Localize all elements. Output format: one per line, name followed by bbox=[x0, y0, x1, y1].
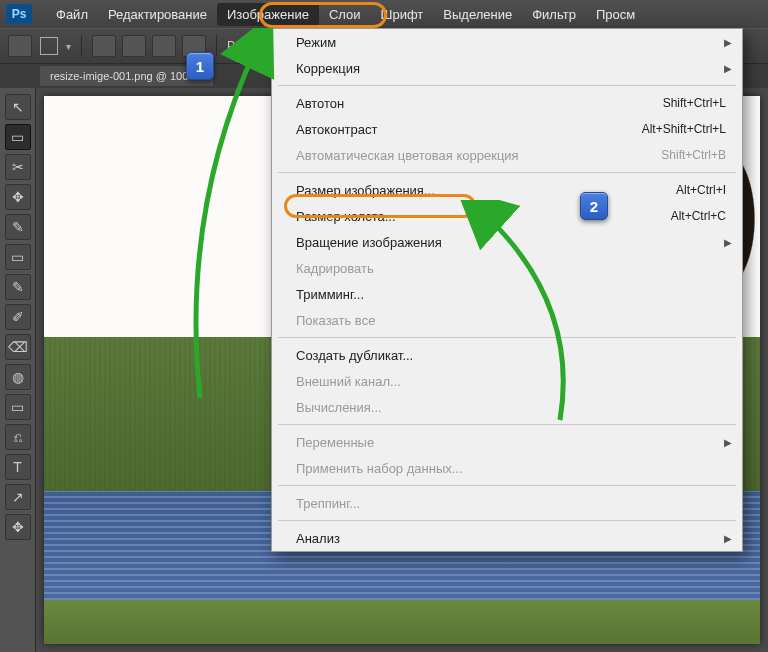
menu-item-размер-холста-[interactable]: Размер холста...Alt+Ctrl+C bbox=[272, 203, 742, 229]
tool-slot-3[interactable]: ✥ bbox=[5, 184, 31, 210]
menu-item-label: Вращение изображения bbox=[296, 235, 726, 250]
tool-slot-6[interactable]: ✎ bbox=[5, 274, 31, 300]
menu-item-label: Размер изображения... bbox=[296, 183, 676, 198]
tool-slot-13[interactable]: ↗ bbox=[5, 484, 31, 510]
tool-slot-5[interactable]: ▭ bbox=[5, 244, 31, 270]
app-logo: Ps bbox=[6, 4, 32, 24]
menu-item-коррекция[interactable]: Коррекция▶ bbox=[272, 55, 742, 81]
menu-item-label: Коррекция bbox=[296, 61, 726, 76]
menu-item-автоматическая-цветовая-коррекция: Автоматическая цветовая коррекцияShift+C… bbox=[272, 142, 742, 168]
menu-item-режим[interactable]: Режим▶ bbox=[272, 29, 742, 55]
tool-slot-2[interactable]: ✂ bbox=[5, 154, 31, 180]
menu-item-label: Треппинг... bbox=[296, 496, 726, 511]
submenu-arrow-icon: ▶ bbox=[724, 37, 732, 48]
tool-slot-14[interactable]: ✥ bbox=[5, 514, 31, 540]
menu-item-размер-изображения-[interactable]: Размер изображения...Alt+Ctrl+I bbox=[272, 177, 742, 203]
tool-slot-7[interactable]: ✐ bbox=[5, 304, 31, 330]
menu-item-label: Тримминг... bbox=[296, 287, 726, 302]
menu-item-label: Вычисления... bbox=[296, 400, 726, 415]
submenu-arrow-icon: ▶ bbox=[724, 437, 732, 448]
menu-item-label: Кадрировать bbox=[296, 261, 726, 276]
tool-slot-10[interactable]: ▭ bbox=[5, 394, 31, 420]
menu-item-label: Режим bbox=[296, 35, 726, 50]
selection-mode-subtract[interactable] bbox=[152, 35, 176, 57]
menu-file[interactable]: Файл bbox=[46, 3, 98, 26]
menu-separator bbox=[278, 520, 736, 521]
menu-separator bbox=[278, 424, 736, 425]
menu-item-label: Автоматическая цветовая коррекция bbox=[296, 148, 661, 163]
menu-view[interactable]: Просм bbox=[586, 3, 645, 26]
image-menu-dropdown: Режим▶Коррекция▶АвтотонShift+Ctrl+LАвток… bbox=[271, 28, 743, 552]
menu-separator bbox=[278, 485, 736, 486]
menu-item-shortcut: Alt+Ctrl+I bbox=[676, 183, 726, 197]
tool-slot-1[interactable]: ▭ bbox=[5, 124, 31, 150]
document-tab-label: resize-imige-001.png @ 100 bbox=[50, 70, 188, 82]
menu-item-label: Применить набор данных... bbox=[296, 461, 726, 476]
menu-item-применить-набор-данных-: Применить набор данных... bbox=[272, 455, 742, 481]
tool-slot-8[interactable]: ⌫ bbox=[5, 334, 31, 360]
menu-item-автоконтраст[interactable]: АвтоконтрастAlt+Shift+Ctrl+L bbox=[272, 116, 742, 142]
menu-item-анализ[interactable]: Анализ▶ bbox=[272, 525, 742, 551]
menu-item-shortcut: Alt+Shift+Ctrl+L bbox=[642, 122, 726, 136]
tool-slot-11[interactable]: ⎌ bbox=[5, 424, 31, 450]
selection-mode-new[interactable] bbox=[92, 35, 116, 57]
menu-separator bbox=[278, 337, 736, 338]
menu-item-label: Показать все bbox=[296, 313, 726, 328]
menu-item-автотон[interactable]: АвтотонShift+Ctrl+L bbox=[272, 90, 742, 116]
menu-item-показать-все: Показать все bbox=[272, 307, 742, 333]
tool-slot-9[interactable]: ◍ bbox=[5, 364, 31, 390]
menu-item-label: Внешний канал... bbox=[296, 374, 726, 389]
menu-image[interactable]: Изображение bbox=[217, 3, 319, 26]
menu-item-вычисления-: Вычисления... bbox=[272, 394, 742, 420]
menubar: Ps Файл Редактирование Изображение Слои … bbox=[0, 0, 768, 28]
submenu-arrow-icon: ▶ bbox=[724, 237, 732, 248]
annotation-badge-1: 1 bbox=[186, 52, 214, 80]
tool-preset-picker[interactable] bbox=[8, 35, 32, 57]
menu-item-кадрировать: Кадрировать bbox=[272, 255, 742, 281]
menu-item-label: Создать дубликат... bbox=[296, 348, 726, 363]
tool-palette: ↖▭✂✥✎▭✎✐⌫◍▭⎌T↗✥ bbox=[0, 88, 36, 652]
menu-item-label: Анализ bbox=[296, 531, 726, 546]
menu-item-внешний-канал-: Внешний канал... bbox=[272, 368, 742, 394]
menu-item-shortcut: Shift+Ctrl+L bbox=[663, 96, 726, 110]
menu-separator bbox=[278, 85, 736, 86]
menu-layers[interactable]: Слои bbox=[319, 3, 371, 26]
menu-item-вращение-изображения[interactable]: Вращение изображения▶ bbox=[272, 229, 742, 255]
menu-item-shortcut: Alt+Ctrl+C bbox=[671, 209, 726, 223]
tool-slot-4[interactable]: ✎ bbox=[5, 214, 31, 240]
annotation-badge-2: 2 bbox=[580, 192, 608, 220]
tool-slot-12[interactable]: T bbox=[5, 454, 31, 480]
menu-item-label: Автотон bbox=[296, 96, 663, 111]
menu-item-создать-дубликат-[interactable]: Создать дубликат... bbox=[272, 342, 742, 368]
menu-item-label: Автоконтраст bbox=[296, 122, 642, 137]
menu-item-треппинг-: Треппинг... bbox=[272, 490, 742, 516]
menu-separator bbox=[278, 172, 736, 173]
submenu-arrow-icon: ▶ bbox=[724, 533, 732, 544]
selection-mode-add[interactable] bbox=[122, 35, 146, 57]
marquee-shape-icon[interactable] bbox=[40, 37, 58, 55]
submenu-arrow-icon: ▶ bbox=[724, 63, 732, 74]
menu-type[interactable]: Шрифт bbox=[371, 3, 434, 26]
menu-item-переменные: Переменные▶ bbox=[272, 429, 742, 455]
tool-slot-0[interactable]: ↖ bbox=[5, 94, 31, 120]
menu-item-label: Переменные bbox=[296, 435, 726, 450]
menu-item-label: Размер холста... bbox=[296, 209, 671, 224]
menu-select[interactable]: Выделение bbox=[433, 3, 522, 26]
menu-edit[interactable]: Редактирование bbox=[98, 3, 217, 26]
options-label-fragment: Pa bbox=[227, 39, 242, 53]
menu-item-shortcut: Shift+Ctrl+B bbox=[661, 148, 726, 162]
menu-filter[interactable]: Фильтр bbox=[522, 3, 586, 26]
menu-item-тримминг-[interactable]: Тримминг... bbox=[272, 281, 742, 307]
